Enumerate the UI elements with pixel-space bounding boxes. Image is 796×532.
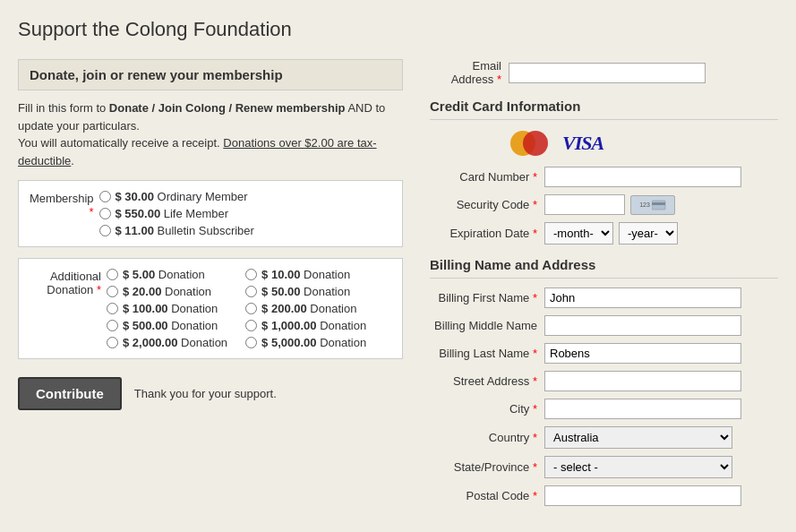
donation-radio-2000[interactable]	[107, 337, 118, 348]
donation-label-100: $ 100.00 Donation	[123, 302, 218, 315]
donation-option-5[interactable]: $ 5.00 Donation	[107, 268, 227, 281]
desc-bold: Donate / Join Colong / Renew membership	[109, 101, 346, 115]
billing-first-name-required-star: *	[533, 291, 537, 305]
postal-code-required-star: *	[533, 489, 537, 502]
billing-section-title: Billing Name and Address	[430, 257, 778, 279]
cvv-image-icon: 123	[630, 195, 675, 215]
donation-label-1000: $ 1,000.00 Donation	[261, 319, 366, 332]
email-label: EmailAddress *	[430, 59, 501, 86]
membership-required-star: *	[89, 205, 93, 219]
billing-middle-name-label: Billing Middle Name	[430, 319, 537, 332]
donation-label-2000: $ 2,000.00 Donation	[123, 336, 227, 349]
donation-option-100[interactable]: $ 100.00 Donation	[107, 302, 227, 315]
form-description: Fill in this form to Donate / Join Colon…	[18, 99, 403, 169]
donation-option-5000[interactable]: $ 5,000.00 Donation	[245, 336, 366, 349]
card-number-required-star: *	[533, 170, 537, 184]
mastercard-icon	[510, 129, 555, 158]
donation-label-text: AdditionalDonation *	[47, 270, 101, 296]
contribute-button[interactable]: Contribute	[18, 377, 122, 410]
street-address-required-star: *	[533, 374, 537, 388]
expiry-month-select[interactable]: -month- 010203 040506 070809 101112	[544, 222, 613, 245]
email-required-star: *	[497, 73, 501, 86]
membership-label-area: Membership *	[30, 190, 94, 219]
donation-radio-100[interactable]	[107, 303, 118, 314]
donation-col-2: $ 10.00 Donation $ 50.00 Donation $ 200.…	[245, 268, 366, 349]
card-number-input[interactable]	[544, 167, 741, 187]
membership-label-text: Membership	[30, 192, 94, 205]
state-province-label: State/Province *	[430, 460, 537, 474]
visa-icon: VISA	[562, 132, 603, 155]
donation-radio-50[interactable]	[245, 286, 257, 297]
country-select[interactable]: Australia United States United Kingdom C…	[544, 426, 732, 449]
city-input[interactable]	[544, 399, 741, 419]
donation-option-2000[interactable]: $ 2,000.00 Donation	[107, 336, 227, 349]
donation-radio-500[interactable]	[107, 320, 118, 331]
donation-label-5: $ 5.00 Donation	[123, 268, 205, 281]
donation-option-1000[interactable]: $ 1,000.00 Donation	[245, 319, 366, 332]
svg-rect-1	[652, 202, 665, 205]
state-province-required-star: *	[533, 460, 537, 474]
donation-option-200[interactable]: $ 200.00 Donation	[245, 302, 366, 315]
expiration-date-label: Expiration Date *	[430, 227, 537, 240]
donation-label-500: $ 500.00 Donation	[123, 319, 218, 332]
cc-logos: VISA	[510, 129, 778, 158]
donation-radio-200[interactable]	[245, 303, 257, 314]
membership-option-ordinary[interactable]: $ 30.00 Ordinary Member	[99, 190, 254, 203]
donation-box: AdditionalDonation * $ 5.00 Donation $ 2…	[18, 258, 403, 359]
country-label: Country *	[430, 431, 537, 444]
billing-middle-name-row: Billing Middle Name	[430, 315, 778, 336]
donation-label-20: $ 20.00 Donation	[123, 285, 211, 298]
street-address-input[interactable]	[544, 371, 741, 391]
donation-option-500[interactable]: $ 500.00 Donation	[107, 319, 227, 332]
email-input[interactable]	[509, 63, 706, 83]
donation-label-area: AdditionalDonation *	[30, 268, 101, 296]
postal-code-input[interactable]	[544, 485, 741, 506]
desc-text1: Fill in this form to	[18, 101, 109, 115]
billing-first-name-row: Billing First Name *	[430, 287, 778, 308]
billing-last-name-required-star: *	[533, 347, 537, 360]
donation-option-20[interactable]: $ 20.00 Donation	[107, 285, 227, 298]
expiration-date-row: Expiration Date * -month- 010203 040506 …	[430, 222, 778, 245]
state-province-select[interactable]: - select - NSWVICQLD WASATAS ACTNT	[544, 456, 732, 478]
membership-option-bulletin[interactable]: $ 11.00 Bulletin Subscriber	[99, 224, 254, 237]
membership-radio-ordinary[interactable]	[99, 191, 111, 202]
membership-row: Membership * $ 30.00 Ordinary Member $ 5…	[30, 190, 391, 237]
membership-box: Membership * $ 30.00 Ordinary Member $ 5…	[18, 180, 403, 247]
postal-code-label: Postal Code *	[430, 489, 537, 502]
membership-option-life[interactable]: $ 550.00 Life Member	[99, 207, 254, 220]
country-row: Country * Australia United States United…	[430, 426, 778, 449]
membership-radio-life[interactable]	[99, 208, 111, 219]
expiration-date-required-star: *	[533, 227, 537, 240]
donation-radio-5[interactable]	[107, 269, 118, 280]
donation-row: AdditionalDonation * $ 5.00 Donation $ 2…	[30, 268, 391, 349]
membership-radio-bulletin[interactable]	[99, 225, 111, 236]
membership-options: $ 30.00 Ordinary Member $ 550.00 Life Me…	[99, 190, 254, 237]
membership-label-bulletin: $ 11.00 Bulletin Subscriber	[116, 224, 254, 237]
donation-label-200: $ 200.00 Donation	[261, 302, 356, 315]
donation-radio-5000[interactable]	[245, 337, 257, 348]
card-number-label: Card Number *	[430, 170, 537, 184]
city-required-star: *	[533, 402, 537, 416]
state-province-row: State/Province * - select - NSWVICQLD WA…	[430, 456, 778, 478]
security-code-input[interactable]	[544, 194, 625, 215]
membership-label-ordinary: $ 30.00 Ordinary Member	[116, 190, 248, 203]
billing-first-name-input[interactable]	[544, 287, 741, 308]
donation-radio-10[interactable]	[245, 269, 257, 280]
cc-section-title: Credit Card Information	[430, 99, 778, 120]
billing-middle-name-input[interactable]	[544, 315, 741, 336]
donation-radio-1000[interactable]	[245, 320, 257, 331]
donation-grid: $ 5.00 Donation $ 20.00 Donation $ 100.0…	[107, 268, 366, 349]
donation-required-star: *	[97, 283, 101, 296]
donation-option-10[interactable]: $ 10.00 Donation	[245, 268, 366, 281]
security-input-area: 123	[544, 194, 675, 215]
donation-radio-20[interactable]	[107, 286, 118, 297]
membership-label-life: $ 550.00 Life Member	[116, 207, 228, 220]
expiry-selects: -month- 010203 040506 070809 101112 -yea…	[544, 222, 678, 245]
expiry-year-select[interactable]: -year- 202420252026 2027202820292030	[619, 222, 678, 245]
email-row: EmailAddress *	[430, 59, 778, 86]
billing-last-name-row: Billing Last Name *	[430, 343, 778, 364]
donation-option-50[interactable]: $ 50.00 Donation	[245, 285, 366, 298]
billing-last-name-input[interactable]	[544, 343, 741, 364]
city-row: City *	[430, 399, 778, 419]
thank-you-text: Thank you for your support.	[134, 387, 277, 400]
